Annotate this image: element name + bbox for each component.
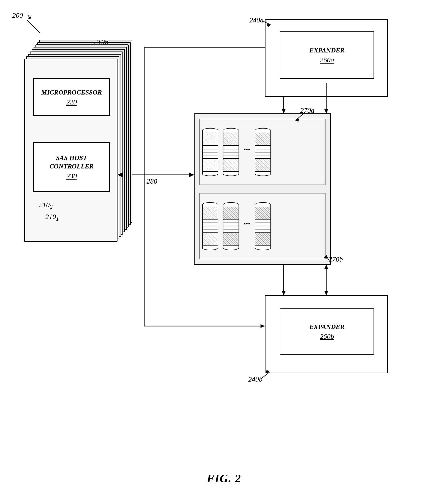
diagram-container: 200 ↘ MICROPROCESSOR 220 SAS HOSTCONTROL… — [0, 0, 448, 499]
expander-b-inner: EXPANDER 260b — [280, 308, 374, 355]
microprocessor-box: MICROPROCESSOR 220 — [33, 78, 110, 116]
sas-host-controller-label: SAS HOSTCONTROLLER — [49, 154, 94, 171]
disk-b-ellipsis: ··· — [241, 219, 253, 229]
storage-enclosure: ··· — [194, 113, 331, 265]
ref-240a-label: 240a — [249, 16, 264, 24]
svg-marker-32 — [189, 172, 194, 177]
ref-270b-label: 270b — [329, 255, 343, 263]
svg-line-0 — [27, 20, 40, 33]
svg-marker-13 — [282, 291, 286, 295]
expander-a-number: 260a — [320, 56, 334, 64]
expander-b-number: 260b — [320, 332, 334, 341]
ref-270a-label: 270a — [300, 106, 314, 114]
ref-210n-label: 210n — [94, 38, 108, 46]
svg-marker-20 — [282, 109, 286, 113]
ref-210-1-label: 2101 — [45, 213, 59, 222]
disk-a-2 — [223, 128, 239, 176]
figure-label: FIG. 2 — [207, 472, 241, 485]
expander-b-label: EXPANDER — [309, 323, 345, 331]
microprocessor-label: MICROPROCESSOR — [41, 88, 102, 97]
svg-marker-34 — [324, 109, 328, 113]
ref-200-label: 200 — [12, 11, 23, 19]
disk-a-1 — [202, 128, 218, 176]
disk-b-2 — [223, 202, 239, 250]
expander-a-outer: EXPANDER 260a — [265, 19, 388, 97]
card-front: MICROPROCESSOR 220 SAS HOSTCONTROLLER 23… — [24, 59, 117, 242]
disk-a-ellipsis: ··· — [241, 145, 253, 155]
disk-a-3 — [255, 128, 271, 176]
ref-200-arrow-line: ↘ — [26, 12, 32, 21]
expander-a-inner: EXPANDER 260a — [280, 31, 374, 79]
sas-host-controller-box: SAS HOSTCONTROLLER 230 — [33, 142, 110, 192]
svg-marker-38 — [324, 265, 328, 269]
ref-280-label: 280 — [146, 177, 157, 185]
svg-marker-15 — [190, 173, 194, 177]
microprocessor-number: 220 — [66, 98, 77, 106]
disk-b-1 — [202, 202, 218, 250]
expander-a-label: EXPANDER — [309, 46, 345, 55]
disk-b-3 — [255, 202, 271, 250]
svg-marker-18 — [260, 324, 265, 328]
ref-240b-label: 240b — [248, 375, 262, 383]
expander-b-outer: EXPANDER 260b — [265, 295, 388, 373]
ref-210-2-label: 2102 — [39, 201, 53, 210]
storage-row-a: ··· — [199, 119, 326, 185]
svg-marker-37 — [324, 291, 328, 295]
storage-row-b: ··· — [199, 193, 326, 259]
sas-host-controller-number: 230 — [66, 172, 77, 180]
